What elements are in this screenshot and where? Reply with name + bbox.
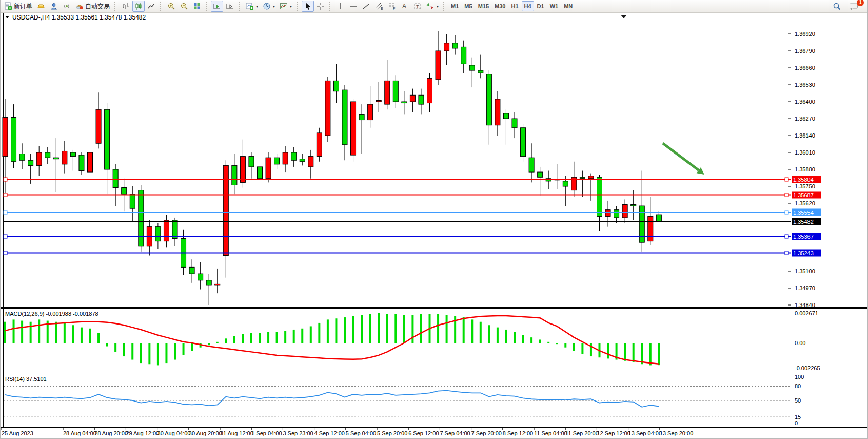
periods-button[interactable]: ▾ (261, 1, 277, 12)
svg-text:29 Aug 12:00: 29 Aug 12:00 (126, 430, 159, 436)
horizontal-line-button[interactable] (347, 1, 360, 12)
svg-text:1.34970: 1.34970 (795, 285, 815, 291)
svg-text:28 Aug 04:00: 28 Aug 04:00 (63, 430, 96, 436)
svg-text:100: 100 (795, 374, 804, 380)
fibonacci-button[interactable]: F (386, 1, 398, 12)
crosshair-icon (317, 2, 325, 10)
timeframe-m15[interactable]: M15 (476, 1, 491, 11)
timeframe-m5[interactable]: M5 (462, 1, 475, 11)
svg-text:7 Sep 20:00: 7 Sep 20:00 (471, 430, 502, 436)
svg-text:12 Sep 12:00: 12 Sep 12:00 (597, 430, 630, 436)
svg-text:1.35367: 1.35367 (793, 234, 814, 240)
bar-chart-button[interactable] (120, 1, 132, 12)
svg-text:0.00: 0.00 (795, 340, 805, 346)
main-toolbar: 新订单 自动交易 ▾ ▾ (0, 0, 868, 13)
equidistant-channel-icon: E (375, 2, 383, 10)
timeframe-mn[interactable]: MN (561, 1, 575, 11)
vertical-line-button[interactable] (334, 1, 347, 12)
svg-text:1.36790: 1.36790 (795, 48, 815, 54)
toolbar-separator (206, 2, 209, 11)
timeframe-m1[interactable]: M1 (448, 1, 461, 11)
svg-text:11 Sep 04:00: 11 Sep 04:00 (534, 430, 567, 436)
svg-text:F: F (393, 7, 395, 10)
line-handle[interactable] (4, 193, 7, 197)
zoom-out-icon (180, 2, 188, 10)
line-chart-button[interactable] (145, 1, 157, 12)
text-button[interactable]: A (399, 1, 411, 12)
rsi-label: RSI(14) 37.5101 (5, 376, 47, 382)
cursor-button[interactable] (302, 1, 314, 12)
auto-scroll-button[interactable] (211, 1, 223, 12)
arrows-caret-icon: ▾ (437, 4, 439, 9)
svg-text:1.36270: 1.36270 (795, 116, 815, 122)
chart-area[interactable]: 1.358041.356871.355541.354821.353671.352… (0, 13, 868, 439)
auto-trading-button[interactable]: 自动交易 (73, 1, 112, 12)
svg-text:4 Sep 12:00: 4 Sep 12:00 (314, 430, 345, 436)
text-label-button[interactable]: T (411, 1, 424, 12)
notification-badge: 1 (857, 0, 864, 6)
timeframe-h1[interactable]: H1 (508, 1, 521, 11)
line-handle[interactable] (4, 178, 7, 181)
tile-windows-button[interactable] (191, 1, 203, 12)
line-handle[interactable] (785, 178, 788, 181)
cursor-icon (304, 2, 312, 10)
svg-text:5 Sep 04:00: 5 Sep 04:00 (346, 430, 376, 436)
svg-text:1.35482: 1.35482 (793, 219, 814, 225)
line-handle[interactable] (4, 211, 7, 214)
gold-button[interactable] (35, 1, 47, 12)
notifications-button[interactable]: 1 (847, 1, 861, 12)
toolbar-separator (329, 2, 332, 11)
signal-icon (63, 2, 71, 10)
templates-button[interactable]: ▾ (278, 1, 294, 12)
zoom-out-button[interactable] (178, 1, 190, 12)
search-button[interactable] (831, 1, 843, 12)
svg-text:31 Aug 12:00: 31 Aug 12:00 (220, 430, 253, 436)
timeframe-d1[interactable]: D1 (535, 1, 547, 11)
timeframe-m30[interactable]: M30 (492, 1, 508, 11)
svg-text:0.002671: 0.002671 (795, 310, 818, 316)
zoom-in-button[interactable] (165, 1, 177, 12)
line-handle[interactable] (785, 193, 788, 197)
svg-text:30 Aug 04:00: 30 Aug 04:00 (157, 430, 191, 436)
svg-text:11 Sep 20:00: 11 Sep 20:00 (565, 430, 599, 436)
candlestick-chart-button[interactable] (132, 1, 145, 12)
fibonacci-icon: F (388, 2, 396, 10)
svg-text:30 Aug 20:00: 30 Aug 20:00 (189, 430, 222, 436)
line-handle[interactable] (4, 235, 7, 238)
svg-text:1.35880: 1.35880 (795, 166, 815, 173)
auto-trading-icon (75, 2, 84, 10)
svg-text:-0.002265: -0.002265 (795, 365, 820, 371)
trendline-button[interactable] (360, 1, 372, 12)
auto-trading-label: 自动交易 (85, 2, 110, 11)
svg-text:5 Sep 20:00: 5 Sep 20:00 (377, 430, 407, 436)
svg-text:1.35620: 1.35620 (795, 200, 815, 206)
timeframe-w1[interactable]: W1 (547, 1, 561, 11)
candlestick-chart-icon (134, 2, 143, 10)
svg-text:E: E (381, 7, 383, 10)
line-handle[interactable] (785, 251, 788, 255)
profile-button[interactable] (48, 1, 60, 12)
new-order-button[interactable]: 新订单 (2, 1, 34, 12)
svg-text:1.35554: 1.35554 (793, 209, 814, 216)
crosshair-button[interactable] (314, 1, 327, 12)
toolbar-separator (160, 2, 163, 11)
macd-label: MACD(12,26,9) -0.001988 -0.001878 (5, 311, 98, 317)
chart-shift-button[interactable] (224, 1, 236, 12)
indicators-button[interactable]: ▾ (244, 1, 260, 12)
arrows-button[interactable]: ▾ (424, 1, 441, 12)
svg-text:1.35243: 1.35243 (793, 250, 814, 256)
text-icon: A (401, 2, 409, 10)
line-handle[interactable] (785, 211, 788, 214)
arrows-icon (426, 2, 435, 10)
svg-text:50: 50 (795, 397, 801, 404)
line-handle[interactable] (4, 251, 7, 255)
signal-button[interactable] (61, 1, 73, 12)
bar-chart-icon (122, 2, 130, 10)
chart-shift-icon (226, 2, 234, 10)
svg-text:T: T (416, 4, 419, 9)
equidistant-channel-button[interactable]: E (373, 1, 385, 12)
timeframe-h4[interactable]: H4 (522, 1, 534, 11)
line-handle[interactable] (785, 235, 788, 238)
periods-caret-icon: ▾ (273, 4, 275, 9)
svg-text:1.35687: 1.35687 (793, 192, 814, 198)
